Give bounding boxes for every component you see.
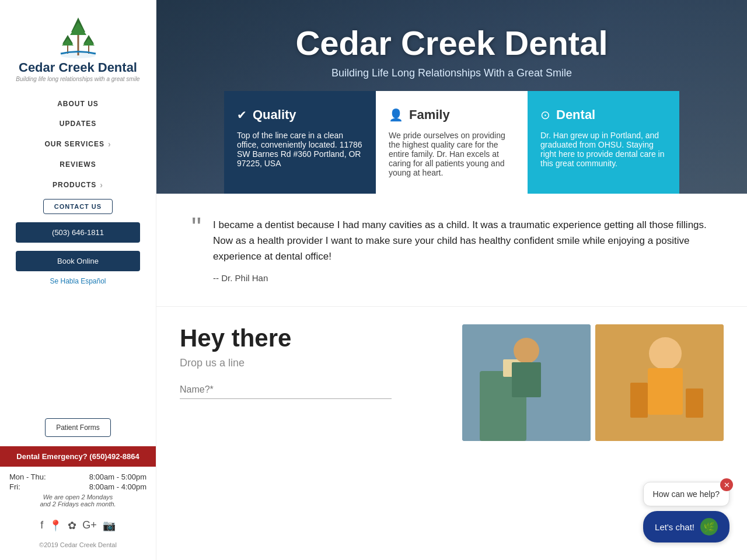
hours-mon-thu-time: 8:00am - 5:00pm [89,473,146,481]
google-plus-icon[interactable]: G+ [82,519,97,532]
family-card-text: We pride ourselves on providing the high… [389,131,515,177]
dental-card-header: ⊙ Dental [540,107,666,123]
name-input[interactable] [180,381,392,399]
dental-card: ⊙ Dental Dr. Han grew up in Portland, an… [528,91,679,194]
quote-author: -- Dr. Phil Han [213,273,712,283]
dental-card-text: Dr. Han grew up in Portland, and graduat… [540,131,666,168]
sidebar-item-about-us[interactable]: ABOUT US [0,94,156,114]
quality-card-text: Top of the line care in a clean office, … [237,131,363,168]
sidebar-item-our-services[interactable]: OUR SERVICES › [0,134,156,155]
sidebar: Cedar Creek Dental Building life long re… [0,0,156,560]
maps-icon[interactable]: 📍 [49,519,62,532]
patient-forms-button[interactable]: Patient Forms [45,418,111,437]
logo-title: Cedar Creek Dental [19,61,137,75]
person-icon: 👤 [389,108,403,122]
sidebar-item-reviews[interactable]: REVIEWS [0,155,156,174]
chat-close-button[interactable]: ✕ [720,478,733,491]
hey-image-1 [462,324,591,441]
svg-point-13 [514,338,539,363]
hero-subtitle: Building Life Long Relationships With a … [331,67,572,79]
facebook-icon[interactable]: f [40,519,43,532]
chat-widget: How can we help? ✕ Let's chat! 🌿 [643,482,729,542]
hey-title: Hey there [180,324,445,352]
hey-images [462,324,724,441]
dental-card-title: Dental [556,107,595,123]
hero-title: Cedar Creek Dental [295,23,608,62]
chat-bubble-wrap: How can we help? ✕ [643,482,729,506]
hey-image-2 [595,324,724,441]
svg-rect-17 [648,368,683,415]
chevron-right-icon: › [100,180,103,190]
hours-fri-label: Fri: [9,482,20,491]
phone-button[interactable]: (503) 646-1811 [16,222,141,243]
hey-subtitle: Drop us a line [180,357,445,369]
instagram-icon[interactable]: 📷 [103,519,116,532]
logo-subtitle: Building life long relationships with a … [16,76,139,82]
quality-card-header: ✔ Quality [237,107,363,123]
family-card: 👤 Family We pride ourselves on providing… [376,91,528,194]
quality-card: ✔ Quality Top of the line care in a clea… [224,91,376,194]
spanish-label: Se Habla Español [50,277,106,285]
quote-content: I became a dentist because I had many ca… [213,217,712,283]
hours-fri-time: 8:00am - 4:00pm [89,482,146,491]
hey-section: Hey there Drop us a line [156,307,747,459]
svg-rect-18 [630,383,648,418]
emergency-bar: Dental Emergency? (650)492-8864 [0,446,156,467]
contact-button[interactable]: CONTACT US [43,199,113,214]
sidebar-item-products[interactable]: PRODUCTS › [0,174,156,195]
hours-note: We are open 2 Mondaysand 2 Fridays each … [9,494,146,508]
sidebar-item-updates[interactable]: UPDATES [0,114,156,134]
svg-rect-19 [686,388,703,418]
main-content: Cedar Creek Dental Building Life Long Re… [156,0,747,560]
chat-button[interactable]: Let's chat! 🌿 [643,511,729,542]
quote-text: I became a dentist because I had many ca… [213,217,712,265]
chat-button-label: Let's chat! [655,522,694,532]
chevron-right-icon: › [108,139,111,149]
book-online-button[interactable]: Book Online [16,251,141,271]
svg-rect-14 [512,362,541,397]
nav-menu: ABOUT US UPDATES OUR SERVICES › REVIEWS … [0,94,156,218]
chat-bubble: How can we help? [643,482,729,506]
quality-card-title: Quality [253,107,296,123]
circle-icon: ⊙ [540,108,550,122]
family-card-header: 👤 Family [389,107,515,123]
yelp-icon[interactable]: ✿ [68,519,76,532]
svg-point-16 [649,337,682,370]
quote-section: " I became a dentist because I had many … [156,194,747,307]
family-card-title: Family [409,107,450,123]
checkmark-icon: ✔ [237,108,247,122]
feature-cards: ✔ Quality Top of the line care in a clea… [224,91,679,194]
logo-icon [55,12,102,58]
copyright: ©2019 Cedar Creek Dental [39,541,117,548]
logo-area: Cedar Creek Dental Building life long re… [10,0,145,88]
quote-mark-icon: " [191,214,201,242]
svg-marker-3 [70,22,86,35]
hey-left: Hey there Drop us a line [180,324,445,441]
hours-mon-thu-label: Mon - Thu: [9,473,46,481]
hero-section: Cedar Creek Dental Building Life Long Re… [156,0,747,194]
hours-section: Mon - Thu: 8:00am - 5:00pm Fri: 8:00am -… [0,467,156,513]
social-icons: f 📍 ✿ G+ 📷 [40,519,116,532]
chat-avatar: 🌿 [700,518,718,536]
